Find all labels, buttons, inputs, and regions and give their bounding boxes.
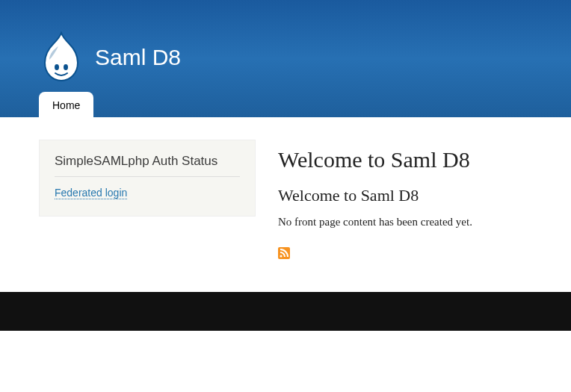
rss-icon[interactable]	[278, 247, 290, 259]
svg-point-0	[55, 64, 59, 70]
site-footer	[0, 292, 571, 331]
tab-home[interactable]: Home	[39, 92, 93, 117]
svg-point-3	[280, 255, 283, 258]
body-text: No front page content has been created y…	[278, 216, 532, 228]
sidebar: SimpleSAMLphp Auth Status Federated logi…	[39, 140, 256, 262]
page-subtitle: Welcome to Saml D8	[278, 186, 532, 205]
federated-login-link[interactable]: Federated login	[55, 187, 127, 199]
site-name[interactable]: Saml D8	[95, 45, 181, 70]
block-title: SimpleSAMLphp Auth Status	[55, 154, 240, 177]
page-title: Welcome to Saml D8	[278, 147, 532, 172]
auth-status-block: SimpleSAMLphp Auth Status Federated logi…	[39, 140, 256, 217]
svg-point-1	[64, 64, 68, 70]
header-inner: Saml D8 Home	[24, 0, 547, 117]
svg-rect-2	[278, 247, 290, 259]
primary-tabs: Home	[39, 92, 93, 117]
drupal-logo-icon[interactable]	[39, 31, 84, 84]
main-content: Welcome to Saml D8 Welcome to Saml D8 No…	[278, 140, 532, 262]
site-header: Saml D8 Home	[0, 0, 571, 117]
content-wrapper: SimpleSAMLphp Auth Status Federated logi…	[24, 117, 547, 292]
logo-area: Saml D8	[39, 0, 532, 84]
